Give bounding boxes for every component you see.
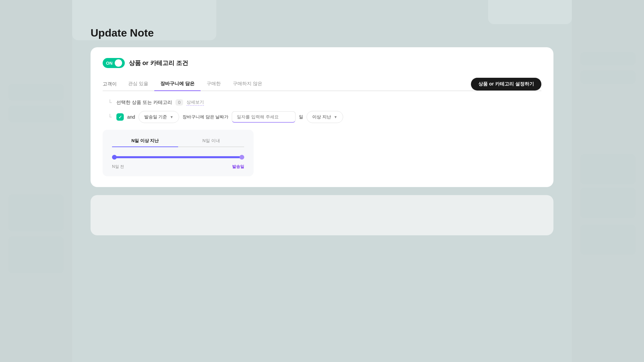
timeline-label-left: N일 전 [112,164,124,170]
toggle-circle [115,59,122,67]
check-icon[interactable]: ✓ [116,113,124,121]
days-passed-label: 이상 지난 [312,114,331,120]
sort-dropdown-arrow: ▼ [170,115,173,119]
date-input[interactable] [232,111,296,123]
day-suffix: 일 [299,114,303,120]
panel-header: ON 상품 or 카테고리 조건 [103,58,541,68]
check-mark: ✓ [118,115,122,120]
days-passed-dropdown[interactable]: 이상 지난 ▼ [307,111,343,123]
set-product-button[interactable]: 상품 or 카테고리 설정하기 [471,78,541,90]
condition-panel: ON 상품 or 카테고리 조건 고객이 관심 있을 장바구니에 담은 구매한 … [91,47,553,187]
detail-link[interactable]: 상세보기 [186,99,204,106]
track-dot-left [112,155,117,160]
sort-dropdown[interactable]: 발송일 기준 ▼ [139,111,179,123]
bottom-panel [91,195,553,235]
timeline-track [112,153,244,161]
and-label: and [127,114,135,120]
indent-arrow-1: └ [108,100,112,106]
track-dot-right [239,155,244,160]
panel-title: 상품 or 카테고리 조건 [129,59,188,67]
indent-arrow-2: └ [108,114,112,120]
and-row: └ ✓ and 발송일 기준 ▼ 장바구니에 담은 날짜가 일 이상 지난 ▼ [103,111,541,123]
tab-not-purchased[interactable]: 구매하지 않은 [227,77,268,91]
condition-row-1: └ 선택한 상품 또는 카테고리 0 상세보기 [103,99,541,106]
timeline-tab-past[interactable]: N일 이상 지난 [112,138,178,147]
days-passed-arrow: ▼ [334,115,337,119]
condition-label-1: 선택한 상품 또는 카테고리 [116,100,172,106]
track-line [112,156,244,158]
timeline-labels: N일 전 발송일 [112,164,244,170]
cart-date-label: 장바구니에 담은 날짜가 [182,114,228,120]
timeline-box: N일 이상 지난 N일 이내 N일 전 발송일 [103,130,254,176]
condition-count: 0 [175,99,183,106]
timeline-tab-within[interactable]: N일 이내 [178,138,244,147]
timeline-label-right: 발송일 [232,164,244,170]
tab-purchased[interactable]: 구매한 [201,77,227,91]
timeline-tabs: N일 이상 지난 N일 이내 [112,138,244,147]
sort-dropdown-label: 발송일 기준 [144,114,167,120]
page-title: Update Note [91,27,553,39]
toggle-on-label: ON [106,61,113,66]
tab-prefix-label: 고객이 [103,81,117,87]
tab-bar: 고객이 관심 있을 장바구니에 담은 구매한 구매하지 않은 상품 or 카테고… [103,77,541,91]
toggle-badge[interactable]: ON [103,58,125,68]
tab-cart[interactable]: 장바구니에 담은 [154,77,201,91]
tab-interested[interactable]: 관심 있을 [122,77,154,91]
